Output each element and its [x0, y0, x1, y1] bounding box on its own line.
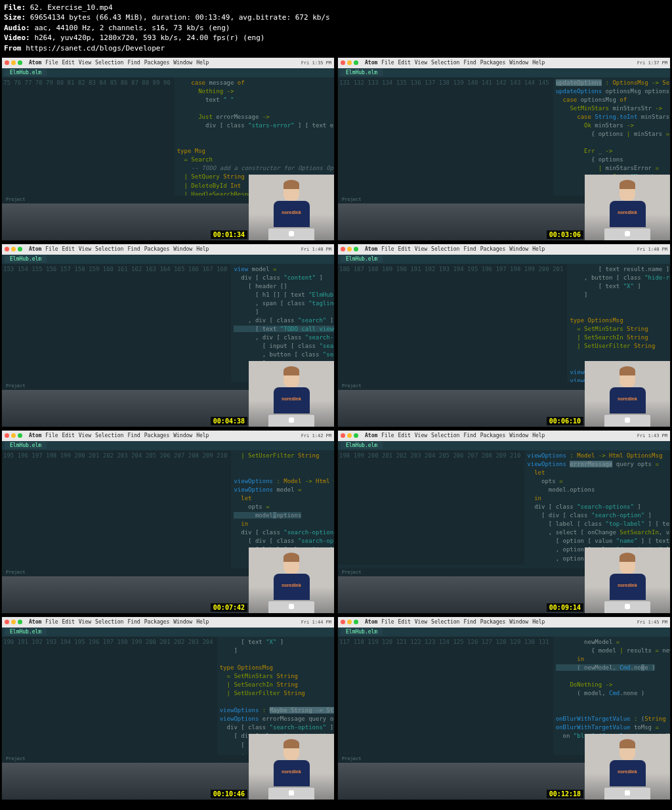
close-icon: [5, 60, 9, 65]
menu-item: Edit: [62, 619, 75, 625]
presenter-pip: noredink: [585, 175, 670, 240]
presenter-pip: noredink: [249, 361, 334, 427]
app-name: Atom: [365, 60, 377, 66]
menu-item: Find: [463, 246, 476, 252]
menu-item: View: [79, 60, 91, 66]
editor-tab: ElmHub.elm: [5, 255, 47, 263]
minimize-icon: [11, 433, 16, 438]
presenter: noredink: [608, 182, 647, 228]
clock: Fri 1:44 PM: [301, 620, 331, 625]
menu-item: Packages: [144, 619, 170, 625]
app-name: Atom: [365, 433, 377, 438]
audio-value: aac, 44100 Hz, 2 channels, s16, 73 kb/s …: [34, 24, 230, 32]
presenter: noredink: [272, 742, 311, 788]
presenter-pip: noredink: [585, 734, 670, 799]
minimize-icon: [347, 60, 352, 65]
maximize-icon: [354, 247, 358, 251]
menu-item: Window: [509, 433, 528, 438]
menu-item: Window: [509, 246, 528, 252]
traffic-lights: [5, 247, 22, 251]
menu-item: Window: [509, 60, 528, 66]
file-label: File:: [4, 3, 26, 12]
video-label: Video:: [4, 33, 30, 42]
menu-item: Selection: [431, 619, 459, 625]
menu-item: Selection: [95, 433, 123, 438]
timestamp-badge: 00:10:46: [211, 790, 247, 798]
editor-tab: ElmHub.elm: [341, 442, 383, 449]
video-thumbnail[interactable]: Atom FileEditViewSelectionFindPackagesWi…: [337, 57, 671, 241]
menu-item: View: [415, 60, 427, 66]
macos-menubar: Atom FileEditViewSelectionFindPackagesWi…: [2, 431, 334, 441]
editor-tab: ElmHub.elm: [341, 628, 383, 635]
shirt-logo: noredink: [274, 769, 310, 774]
macos-menubar: Atom FileEditViewSelectionFindPackagesWi…: [2, 244, 334, 255]
editor-tabbar: ElmHub.elm: [2, 255, 334, 264]
traffic-lights: [5, 60, 22, 65]
menu-item: Edit: [398, 619, 411, 625]
video-thumbnail[interactable]: Atom FileEditViewSelectionFindPackagesWi…: [337, 430, 671, 614]
presenter: noredink: [272, 555, 311, 601]
menu-item: File: [45, 60, 58, 66]
menu-item: View: [415, 246, 427, 252]
traffic-lights: [341, 433, 358, 438]
menu-item: View: [79, 619, 91, 625]
maximize-icon: [354, 433, 358, 438]
clock: Fri 1:40 PM: [637, 247, 667, 252]
editor-tab: ElmHub.elm: [5, 442, 47, 449]
from-value: https://sanet.cd/blogs/Developer: [26, 44, 165, 53]
menu-item: Window: [173, 60, 192, 66]
video-thumbnail[interactable]: Atom FileEditViewSelectionFindPackagesWi…: [337, 244, 671, 427]
menu-item: View: [79, 246, 91, 252]
laptop-icon: [604, 415, 650, 427]
close-icon: [341, 247, 345, 251]
shirt-logo: noredink: [274, 396, 310, 401]
editor-tab: ElmHub.elm: [5, 628, 47, 635]
size-label: Size:: [4, 13, 26, 22]
video-thumbnail[interactable]: Atom FileEditViewSelectionFindPackagesWi…: [1, 244, 335, 427]
line-gutter: 117 118 119 120 121 122 123 124 125 126 …: [338, 637, 553, 768]
shirt-logo: noredink: [274, 210, 310, 215]
shirt-logo: noredink: [274, 583, 310, 587]
menu-item: File: [381, 433, 394, 438]
menu-item: Find: [127, 433, 140, 438]
menu-item: Selection: [95, 246, 123, 252]
macos-menubar: Atom FileEditViewSelectionFindPackagesWi…: [338, 431, 670, 441]
video-value: h264, yuv420p, 1280x720, 593 kb/s, 24.00…: [34, 33, 264, 42]
menu-item: Packages: [480, 60, 506, 66]
laptop-icon: [268, 228, 314, 240]
presenter: noredink: [608, 369, 647, 415]
menu-item: Help: [532, 246, 545, 252]
editor-tab: ElmHub.elm: [341, 69, 383, 76]
timestamp-badge: 00:06:10: [547, 417, 583, 425]
menu-item: Window: [173, 246, 192, 252]
video-thumbnail[interactable]: Atom FileEditViewSelectionFindPackagesWi…: [1, 616, 335, 800]
editor-tabbar: ElmHub.elm: [338, 441, 670, 450]
shirt-logo: noredink: [610, 210, 646, 215]
line-gutter: 198 199 200 201 202 203 204 205 206 207 …: [338, 450, 524, 565]
from-label: From: [4, 44, 22, 53]
menu-item: Help: [196, 433, 209, 438]
menu-item: Selection: [431, 433, 459, 438]
minimize-icon: [347, 433, 352, 438]
menu-item: Edit: [398, 60, 411, 66]
traffic-lights: [341, 60, 358, 65]
presenter-pip: noredink: [249, 175, 334, 240]
presenter: noredink: [272, 182, 311, 228]
menu-item: Selection: [95, 619, 123, 625]
menu-item: File: [45, 619, 58, 625]
menu-item: Edit: [62, 433, 75, 438]
video-thumbnail[interactable]: Atom FileEditViewSelectionFindPackagesWi…: [1, 430, 335, 614]
maximize-icon: [18, 433, 22, 438]
close-icon: [341, 60, 345, 65]
presenter-pip: noredink: [585, 547, 670, 613]
menu-item: Help: [532, 619, 545, 625]
app-name: Atom: [365, 246, 377, 252]
menu-item: Find: [127, 619, 140, 625]
app-name: Atom: [29, 60, 41, 66]
menu-item: Selection: [431, 60, 459, 66]
menu-item: Find: [127, 60, 140, 66]
menu-item: Packages: [144, 60, 170, 66]
video-thumbnail[interactable]: Atom FileEditViewSelectionFindPackagesWi…: [1, 57, 335, 241]
minimize-icon: [11, 60, 16, 65]
video-thumbnail[interactable]: Atom FileEditViewSelectionFindPackagesWi…: [337, 616, 671, 800]
